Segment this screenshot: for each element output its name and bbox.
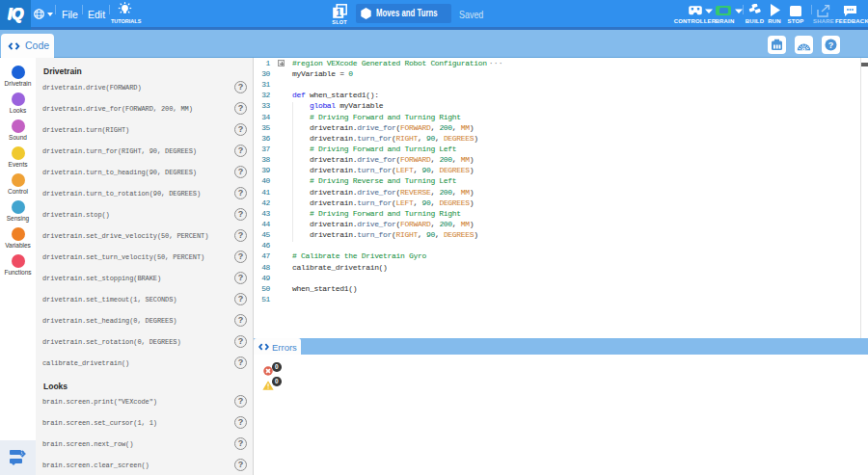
svg-text:1: 1 [337, 8, 342, 18]
svg-text:?: ? [828, 40, 834, 50]
